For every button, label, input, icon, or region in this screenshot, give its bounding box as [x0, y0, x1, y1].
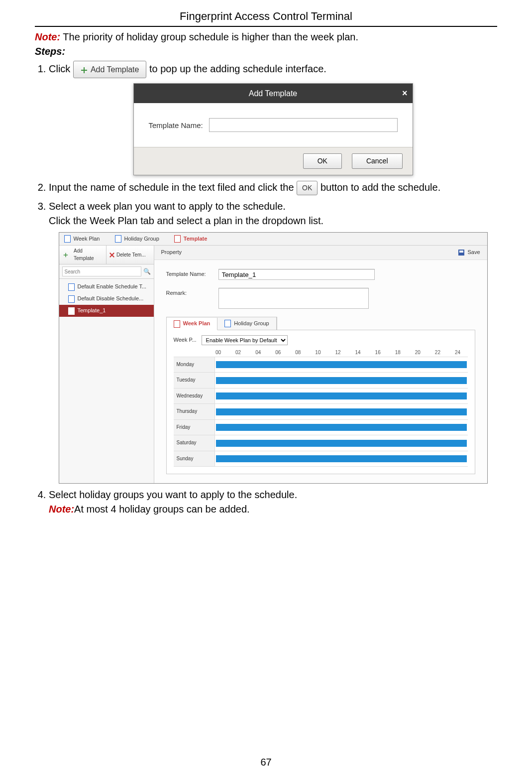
week-plan-area: Week P... Enable Week Plan by Default 00… [166, 330, 475, 474]
tree-item[interactable]: Default Disable Schedule... [59, 293, 154, 305]
steps-list: Click Add Template to pop up the adding … [35, 61, 497, 517]
property-label: Property [161, 249, 182, 257]
template-tree: Default Enable Schedule T... Default Dis… [59, 279, 154, 319]
tab-holiday-group[interactable]: Holiday Group [115, 235, 159, 243]
week-plan-select[interactable]: Enable Week Plan by Default [202, 335, 288, 345]
search-icon[interactable]: 🔍 [143, 267, 151, 276]
step-3: Select a week plan you want to apply to … [49, 199, 497, 484]
delete-icon [109, 253, 114, 258]
ok-button[interactable]: OK [303, 153, 342, 168]
day-label: Wednesday [174, 389, 215, 404]
add-template-dialog: Add Template × Template Name: OK Cancel [133, 83, 413, 175]
save-icon [458, 250, 464, 256]
template-name-field[interactable] [218, 269, 375, 280]
ok-button-inline[interactable]: OK [297, 181, 318, 195]
subtab-week-plan[interactable]: Week Plan [167, 318, 218, 330]
tree-item[interactable]: Default Enable Schedule T... [59, 281, 154, 293]
template-name-label: Template Name: [149, 120, 203, 131]
note-label: Note: [49, 504, 74, 515]
doc-icon [64, 235, 71, 243]
steps-label: Steps: [35, 46, 65, 57]
doc-icon [68, 307, 75, 315]
step-2: Input the name of schedule in the text f… [49, 180, 497, 195]
doc-icon [224, 320, 231, 327]
schedule-bar[interactable] [215, 374, 468, 387]
search-input[interactable] [62, 266, 141, 276]
subtab-holiday-group[interactable]: Holiday Group [217, 317, 276, 330]
plus-icon [81, 67, 88, 74]
template-editor: Week Plan Holiday Group Template Add Tem… [59, 232, 488, 484]
day-label: Sunday [174, 451, 215, 467]
add-template-button[interactable]: Add Template [73, 61, 147, 78]
template-name-label: Template Name: [166, 269, 213, 278]
day-label: Thursday [174, 404, 215, 419]
schedule-hours-header: 00 02 04 06 08 10 12 14 16 18 [209, 349, 468, 357]
note-line: Note: The priority of holiday group sche… [35, 30, 497, 44]
note-label: Note: [35, 31, 60, 42]
step-4: Select holiday groups you want to apply … [49, 488, 497, 517]
plus-icon [63, 253, 68, 258]
sidebar: Add Template Delete Tem... 🔍 Default Ena… [59, 246, 154, 483]
close-icon[interactable]: × [402, 87, 408, 100]
sub-tabs: Week Plan Holiday Group [166, 317, 277, 330]
week-plan-label: Week P... [174, 336, 197, 344]
note-text: The priority of holiday group schedule i… [60, 31, 358, 42]
day-label: Monday [174, 357, 215, 373]
delete-template-tool[interactable]: Delete Tem... [106, 246, 154, 264]
add-template-tool[interactable]: Add Template [59, 246, 107, 264]
day-label: Tuesday [174, 373, 215, 388]
schedule-bar[interactable] [215, 452, 468, 465]
schedule-grid: Monday Tuesday Wednesday Thursday Friday… [174, 357, 468, 467]
schedule-bar[interactable] [215, 390, 468, 402]
doc-icon [174, 320, 180, 328]
doc-icon [68, 295, 75, 303]
step-1: Click Add Template to pop up the adding … [49, 61, 497, 175]
tab-week-plan[interactable]: Week Plan [64, 235, 100, 243]
remark-field[interactable] [218, 288, 369, 309]
schedule-bar[interactable] [215, 421, 468, 434]
day-label: Saturday [174, 435, 215, 451]
editor-content: Property Save Template Name: Remark: [154, 246, 487, 483]
doc-icon [115, 235, 121, 243]
page-title: Fingerprint Access Control Terminal [35, 10, 497, 27]
top-tabs: Week Plan Holiday Group Template [59, 233, 487, 246]
remark-label: Remark: [166, 288, 213, 297]
save-button[interactable]: Save [458, 249, 480, 257]
dialog-title: Add Template × [134, 84, 413, 103]
schedule-bar[interactable] [215, 358, 468, 371]
day-label: Friday [174, 420, 215, 435]
cancel-button[interactable]: Cancel [352, 153, 403, 168]
doc-icon [68, 283, 75, 291]
tab-template[interactable]: Template [174, 235, 207, 243]
schedule-bar[interactable] [215, 437, 468, 450]
doc-icon [174, 235, 181, 243]
schedule-bar[interactable] [215, 405, 468, 418]
template-name-input[interactable] [209, 118, 398, 132]
tree-item-selected[interactable]: Template_1 [59, 305, 154, 317]
page-number: 67 [0, 757, 532, 768]
